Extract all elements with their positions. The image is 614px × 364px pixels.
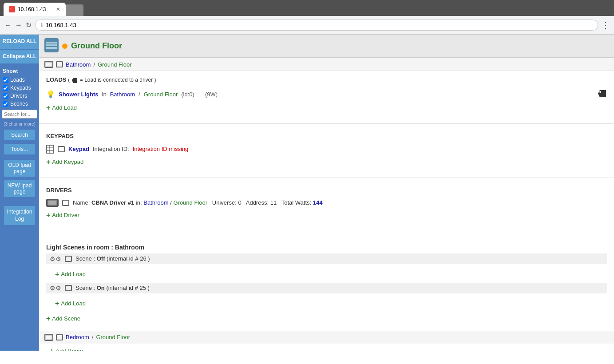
drivers-label: Drivers <box>10 93 27 99</box>
driver-total-watts: 144 <box>313 199 323 206</box>
bedroom-room-icon-2 <box>56 334 63 340</box>
driver-room-icon <box>62 200 69 206</box>
plus-icon-driver: + <box>46 211 50 219</box>
driver-text: Name: CBNA Driver #1 in: Bathroom / Grou… <box>73 199 322 206</box>
driver-tag-icon <box>71 77 78 84</box>
reload-all-button[interactable]: RELOAD ALL <box>0 35 39 49</box>
svg-rect-2 <box>46 44 57 46</box>
drivers-title: DRIVERS <box>46 187 607 194</box>
search-hint: (3 char or more) <box>1 120 38 128</box>
search-input[interactable] <box>2 110 37 119</box>
tab-bar: 🔴 10.168.1.43 ✕ <box>0 0 614 16</box>
svg-rect-3 <box>46 47 57 49</box>
load-bathroom-link[interactable]: Bathroom <box>110 91 135 98</box>
room-icon-2 <box>56 61 63 67</box>
add-load-link[interactable]: + Add Load <box>46 101 607 115</box>
svg-rect-1 <box>46 42 57 44</box>
svg-rect-10 <box>47 145 54 153</box>
scene-off-text: Scene : Off (internal id # 26 ) <box>75 255 150 262</box>
bedroom-room-header: Bedroom / Ground Floor <box>39 331 614 344</box>
new-ipad-button[interactable]: NEW Ipad page <box>4 180 35 197</box>
scene-on-row: ⚙⚙ Scene : On (internal id # 25 ) <box>46 283 607 293</box>
add-room-container: + Add Room... <box>39 344 614 351</box>
svg-rect-14 <box>58 146 64 152</box>
scenes-title: Light Scenes in room : Bathroom <box>46 240 607 253</box>
tab-close-button[interactable]: ✕ <box>56 6 60 12</box>
drivers-section: DRIVERS Name: CBNA Driver #1 in: Bathroo… <box>39 182 614 227</box>
back-button[interactable]: ← <box>4 21 12 29</box>
old-ipad-button[interactable]: OLD Ipad page <box>4 160 35 177</box>
load-ground-floor-link[interactable]: Ground Floor <box>144 91 178 98</box>
scene-on-label[interactable]: On <box>97 285 105 291</box>
scenes-checkbox[interactable]: Scenes <box>0 100 39 108</box>
plus-icon-scene: + <box>46 315 50 323</box>
new-tab[interactable] <box>66 4 83 16</box>
keypad-grid-icon <box>46 145 54 154</box>
add-driver-link[interactable]: + Add Driver <box>46 209 607 222</box>
add-scene-link[interactable]: + Add Scene <box>46 312 607 325</box>
svg-rect-6 <box>56 62 63 67</box>
loads-subtitle: ( = Load is connected to a driver ) <box>68 77 156 83</box>
tab-title: 10.168.1.43 <box>18 6 46 12</box>
loads-title: LOADS ( = Load is connected to a driver … <box>46 76 607 84</box>
load-item: 💡 Shower Lights in Bathroom / Ground Flo… <box>46 87 607 101</box>
main-content: Ground Floor Bathroom / Ground Floor LOA… <box>39 35 614 351</box>
scene-off-add: + Add Load <box>46 266 607 283</box>
bathroom-room-header: Bathroom / Ground Floor <box>39 58 614 71</box>
scene-on-text: Scene : On (internal id # 25 ) <box>75 285 150 291</box>
add-load-on-link[interactable]: + Add Load <box>55 297 603 310</box>
plus-icon: + <box>46 104 50 112</box>
tools-button[interactable]: Tools... <box>4 144 35 154</box>
plus-icon-room: + <box>50 347 54 351</box>
driver-name[interactable]: CBNA Driver #1 <box>91 199 134 206</box>
svg-rect-5 <box>46 62 52 67</box>
scene-settings-icon-2: ⚙⚙ <box>50 285 61 292</box>
lock-icon: ℹ <box>41 22 43 28</box>
room-icon <box>44 61 53 68</box>
keypads-section: KEYPADS Keypad Integration ID: Integrati… <box>39 127 614 174</box>
integration-log-button[interactable]: Integration Log <box>4 206 35 225</box>
page-header: Ground Floor <box>39 35 614 58</box>
url-bar[interactable]: ℹ 10.168.1.43 <box>35 20 598 31</box>
active-tab[interactable]: 🔴 10.168.1.43 ✕ <box>4 3 66 16</box>
collapse-all-button[interactable]: Collapse ALL <box>0 50 39 64</box>
search-button[interactable]: Search <box>4 130 35 140</box>
add-keypad-link[interactable]: + Add Keypad <box>46 155 607 169</box>
bedroom-link[interactable]: Bedroom <box>66 334 89 340</box>
bedroom-separator: / <box>92 334 94 340</box>
keypads-checkbox[interactable]: Keypads <box>0 84 39 92</box>
loads-checkbox[interactable]: Loads <box>0 76 39 84</box>
sidebar: RELOAD ALL Collapse ALL Show: Loads Keyp… <box>0 35 39 351</box>
ground-floor-link-bedroom[interactable]: Ground Floor <box>96 334 130 340</box>
scene-room-icon-2 <box>65 285 72 291</box>
svg-rect-18 <box>63 200 69 206</box>
svg-point-9 <box>599 91 601 93</box>
show-label: Show: <box>0 64 39 76</box>
add-load-off-link[interactable]: + Add Load <box>55 268 603 281</box>
driver-ground-floor-link[interactable]: Ground Floor <box>173 199 207 206</box>
scene-settings-icon: ⚙⚙ <box>50 255 61 262</box>
address-bar: ← → ↻ ℹ 10.168.1.43 ⋮ <box>0 16 614 35</box>
search-box <box>0 108 39 120</box>
ground-floor-link-bathroom[interactable]: Ground Floor <box>98 61 132 68</box>
bathroom-link[interactable]: Bathroom <box>66 61 91 68</box>
drivers-checkbox[interactable]: Drivers <box>0 92 39 100</box>
integration-id-value: Integration ID missing <box>133 146 189 152</box>
forward-button[interactable]: → <box>15 21 22 29</box>
keypad-label[interactable]: Keypad <box>68 146 89 152</box>
scenes-section: Light Scenes in room : Bathroom ⚙⚙ Scene… <box>39 235 614 331</box>
load-separator: / <box>139 91 140 98</box>
floor-icon <box>44 38 59 54</box>
svg-marker-7 <box>72 78 77 83</box>
driver-universe: 0 <box>238 199 241 206</box>
reload-button[interactable]: ↻ <box>26 21 32 29</box>
scene-off-label[interactable]: Off <box>97 255 105 262</box>
load-name[interactable]: Shower Lights <box>59 91 99 98</box>
browser-menu-button[interactable]: ⋮ <box>602 20 610 30</box>
add-room-link[interactable]: + Add Room... <box>44 345 93 351</box>
driver-item: Name: CBNA Driver #1 in: Bathroom / Grou… <box>46 197 607 209</box>
plus-icon-scene-on: + <box>55 300 59 308</box>
keypad-item: Keypad Integration ID: Integration ID mi… <box>46 143 607 155</box>
load-room: in <box>102 91 107 98</box>
driver-bathroom-link[interactable]: Bathroom <box>143 199 168 206</box>
